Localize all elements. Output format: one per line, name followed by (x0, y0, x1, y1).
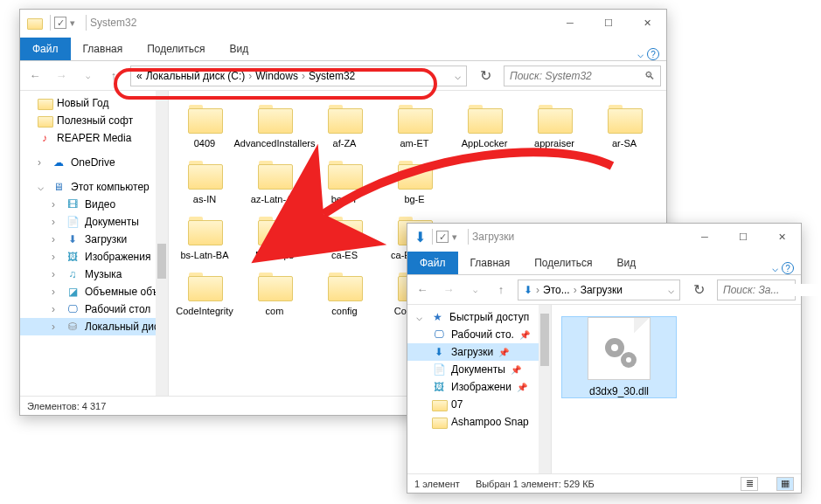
folder-item[interactable]: config (312, 266, 377, 316)
minimize-button[interactable]: ─ (685, 224, 724, 250)
address-bar[interactable]: « Локальный диск (C:) › Windows › System… (130, 66, 467, 86)
folder-item[interactable]: CodeIntegrity (172, 266, 237, 316)
view-details-button[interactable]: ≣ (741, 477, 758, 491)
chevron-right-icon[interactable]: › (248, 70, 252, 82)
dll-file-icon (588, 317, 651, 380)
minimize-button[interactable]: ─ (551, 10, 589, 36)
folder-item[interactable]: bs-Latn-BA (172, 210, 237, 260)
close-button[interactable]: ✕ (628, 10, 666, 36)
recent-dropdown[interactable]: ⌵ (465, 280, 484, 300)
folder-item[interactable]: ca-ES (312, 210, 377, 260)
folder-item[interactable]: az-Latn-AZ (242, 154, 307, 204)
folder-item[interactable]: af-ZA (312, 98, 377, 148)
nav-item-quick-access[interactable]: ⌵★Быстрый доступ (407, 308, 551, 326)
folder-icon (325, 266, 364, 304)
back-button[interactable]: ← (25, 66, 45, 86)
chevron-right-icon[interactable]: › (574, 284, 577, 296)
nav-item-downloads[interactable]: ⬇Загрузки📌 (407, 343, 551, 361)
forward-button[interactable]: → (52, 66, 71, 86)
chevron-right-icon[interactable]: › (302, 70, 305, 82)
refresh-button[interactable]: ↻ (687, 281, 710, 298)
tab-share[interactable]: Поделиться (522, 252, 604, 274)
nav-scrollbar[interactable] (539, 305, 551, 473)
dropdown-icon[interactable]: ⌵ (455, 70, 461, 82)
breadcrumb-segment[interactable]: Загрузки (581, 284, 623, 296)
tab-share[interactable]: Поделиться (135, 38, 217, 60)
titlebar: ✓ ▾ System32 ─ ☐ ✕ (20, 10, 666, 36)
chevron-down-icon[interactable]: ▾ (452, 231, 457, 243)
maximize-button[interactable]: ☐ (589, 10, 628, 36)
tab-home[interactable]: Главная (458, 252, 523, 274)
nav-item[interactable]: ›◪Объемные объ (20, 283, 168, 300)
folder-icon (185, 154, 224, 192)
tab-view[interactable]: Вид (217, 38, 261, 60)
nav-scrollbar[interactable] (156, 91, 168, 396)
tab-file[interactable]: Файл (20, 38, 71, 60)
ribbon-expand[interactable]: ⌵ ? (772, 262, 801, 274)
nav-item[interactable]: Новый Год (20, 94, 168, 112)
nav-item-onedrive[interactable]: ›☁OneDrive (20, 154, 168, 171)
recent-dropdown[interactable]: ⌵ (78, 66, 97, 86)
nav-item[interactable]: ›🖵Рабочий стол (20, 300, 168, 318)
tab-file[interactable]: Файл (407, 252, 458, 274)
ribbon-expand[interactable]: ⌵ ? (637, 48, 666, 60)
search-input[interactable] (510, 70, 644, 82)
search-box[interactable] (717, 280, 796, 300)
breadcrumb-segment[interactable]: System32 (309, 70, 355, 82)
folder-icon (432, 415, 446, 429)
back-button[interactable]: ← (413, 280, 432, 300)
file-list[interactable]: d3dx9_30.dll (552, 305, 801, 473)
tab-home[interactable]: Главная (71, 38, 136, 60)
tab-view[interactable]: Вид (604, 252, 648, 274)
search-input[interactable] (723, 284, 821, 296)
folder-item[interactable]: as-IN (172, 154, 237, 204)
nav-item[interactable]: ♪REAPER Media (20, 129, 168, 147)
nav-item[interactable]: ›♫Музыка (20, 266, 168, 283)
dropdown-icon[interactable]: ⌵ (668, 284, 674, 296)
view-icons-button[interactable]: ▦ (776, 477, 794, 491)
search-icon[interactable]: 🔍︎ (644, 70, 655, 82)
folder-item[interactable]: ar-SA (592, 98, 657, 148)
nav-item[interactable]: Полезный софт (20, 112, 168, 129)
nav-item[interactable]: 🖵Рабочий сто.📌 (407, 326, 551, 343)
up-button[interactable]: ↑ (491, 280, 511, 300)
nav-item[interactable]: 07 (407, 396, 551, 413)
folder-icon (27, 16, 41, 30)
forward-button[interactable]: → (439, 280, 458, 300)
folder-item[interactable]: be-BY (312, 154, 377, 204)
address-bar[interactable]: ⬇ › Это... › Загрузки ⌵ (518, 280, 680, 300)
folder-item[interactable]: am-ET (382, 98, 447, 148)
folder-item[interactable]: 0409 (172, 98, 237, 148)
folder-item[interactable]: AdvancedInstallers (242, 98, 307, 148)
nav-item-local-disk[interactable]: ›⛁Локальный дис (20, 318, 168, 335)
nav-item-this-pc[interactable]: ⌵🖥︎Этот компьютер (20, 178, 168, 196)
chevron-down-icon[interactable]: ▾ (70, 17, 75, 29)
nav-item[interactable]: 🖼Изображени📌 (407, 378, 551, 396)
nav-item[interactable]: ›🖼Изображения (20, 248, 168, 266)
folder-item[interactable]: AppLocker (452, 98, 517, 148)
folder-item[interactable]: com (242, 266, 307, 316)
qat-checkbox-icon[interactable]: ✓ (436, 231, 449, 243)
maximize-button[interactable]: ☐ (724, 224, 762, 250)
breadcrumb-segment[interactable]: Локальный диск (C:) (146, 70, 246, 82)
close-button[interactable]: ✕ (762, 224, 801, 250)
chevron-right-icon[interactable]: › (536, 284, 539, 296)
nav-item[interactable]: ›📄Документы (20, 213, 168, 231)
qat-checkbox-icon[interactable]: ✓ (54, 17, 66, 29)
file-item-dll[interactable]: d3dx9_30.dll (562, 317, 676, 397)
folder-icon (38, 114, 52, 128)
nav-item[interactable]: ›🎞Видео (20, 196, 168, 213)
breadcrumb-segment[interactable]: Windows (255, 70, 298, 82)
nav-item[interactable]: ›⬇Загрузки (20, 231, 168, 248)
folder-item[interactable]: bg-E (382, 154, 447, 204)
nav-item[interactable]: 📄Документы📌 (407, 361, 551, 378)
folder-item[interactable]: Bthprops (242, 210, 307, 260)
nav-item[interactable]: Ashampoo Snap (407, 413, 551, 431)
folder-item[interactable]: appraiser (522, 98, 587, 148)
search-box[interactable]: 🔍︎ (504, 66, 661, 86)
folder-icon (38, 96, 52, 110)
folder-icon (255, 266, 294, 304)
refresh-button[interactable]: ↻ (474, 67, 497, 84)
up-button[interactable]: ↑ (104, 66, 123, 86)
breadcrumb-segment[interactable]: Это... (543, 284, 570, 296)
